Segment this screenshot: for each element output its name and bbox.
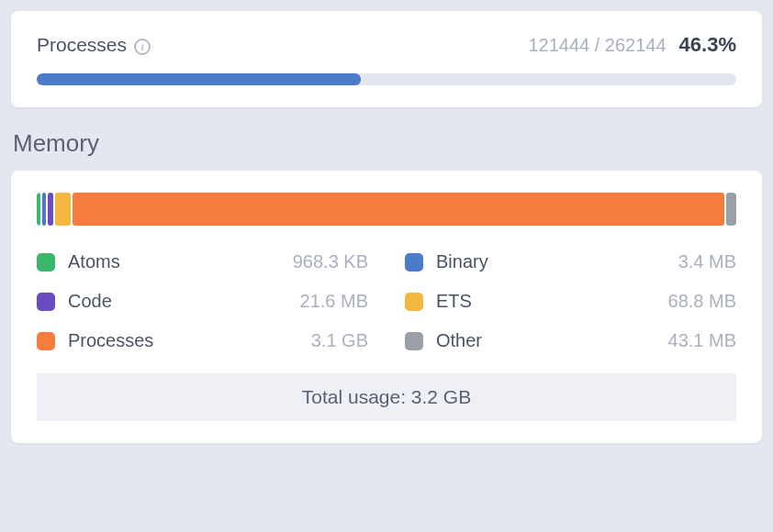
memory-card: Atoms968.3 KBBinary3.4 MBCode21.6 MBETS6… bbox=[11, 171, 762, 443]
legend-value: 68.8 MB bbox=[668, 291, 736, 312]
legend-item-ets: ETS68.8 MB bbox=[405, 291, 736, 312]
legend-item-binary: Binary3.4 MB bbox=[405, 251, 736, 272]
legend-item-code: Code21.6 MB bbox=[37, 291, 368, 312]
legend-label: Processes bbox=[68, 330, 311, 351]
processes-header: Processes i 121444 / 262144 46.3% bbox=[37, 33, 736, 57]
legend-swatch bbox=[405, 253, 423, 272]
legend-swatch bbox=[37, 332, 55, 350]
memory-total: Total usage: 3.2 GB bbox=[37, 373, 736, 421]
legend-swatch bbox=[37, 293, 55, 311]
processes-progress-track bbox=[37, 73, 736, 85]
processes-percent: 46.3% bbox=[679, 33, 736, 57]
legend-swatch bbox=[37, 253, 55, 272]
legend-item-other: Other43.1 MB bbox=[405, 330, 736, 351]
processes-title-group: Processes i bbox=[37, 34, 151, 56]
processes-stats: 121444 / 262144 46.3% bbox=[528, 33, 736, 57]
legend-value: 3.4 MB bbox=[678, 251, 736, 272]
legend-label: Other bbox=[436, 330, 668, 351]
legend-swatch bbox=[405, 293, 423, 311]
legend-value: 968.3 KB bbox=[293, 251, 368, 272]
legend-label: Atoms bbox=[68, 251, 293, 272]
memory-segment-other bbox=[726, 193, 736, 226]
legend-value: 21.6 MB bbox=[300, 291, 368, 312]
processes-title: Processes bbox=[37, 34, 127, 56]
legend-item-processes: Processes3.1 GB bbox=[37, 330, 368, 351]
legend-swatch bbox=[405, 332, 423, 350]
legend-item-atoms: Atoms968.3 KB bbox=[37, 251, 368, 272]
legend-label: Code bbox=[68, 291, 300, 312]
memory-segment-atoms bbox=[37, 193, 40, 226]
memory-bar bbox=[37, 193, 736, 226]
legend-label: ETS bbox=[436, 291, 668, 312]
info-icon[interactable]: i bbox=[134, 39, 151, 55]
memory-segment-processes bbox=[73, 193, 724, 226]
legend-value: 3.1 GB bbox=[311, 330, 368, 351]
processes-progress-fill bbox=[37, 73, 361, 85]
memory-section-title: Memory bbox=[13, 129, 762, 158]
memory-legend: Atoms968.3 KBBinary3.4 MBCode21.6 MBETS6… bbox=[37, 251, 736, 351]
memory-segment-code bbox=[48, 193, 53, 226]
memory-segment-ets bbox=[55, 193, 71, 226]
legend-label: Binary bbox=[436, 251, 678, 272]
processes-count: 121444 / 262144 bbox=[528, 35, 666, 56]
legend-value: 43.1 MB bbox=[668, 330, 736, 351]
processes-card: Processes i 121444 / 262144 46.3% bbox=[11, 11, 762, 107]
memory-segment-binary bbox=[42, 193, 46, 226]
